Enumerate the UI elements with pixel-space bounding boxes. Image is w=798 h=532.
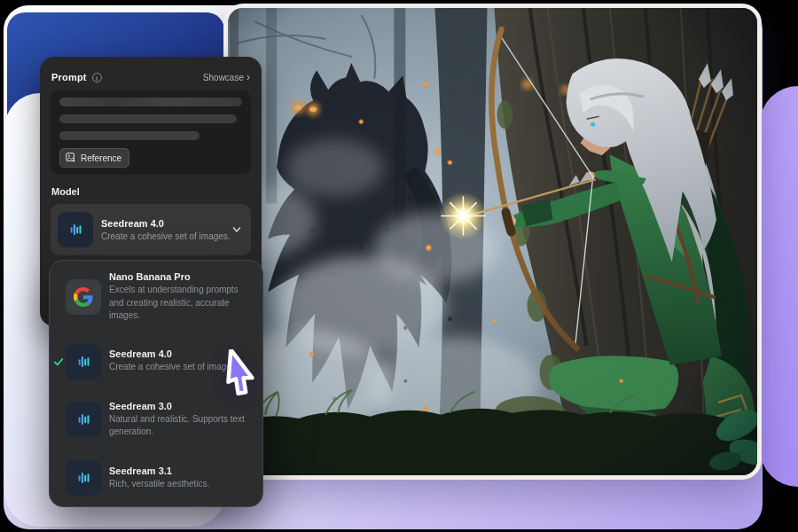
model-option-seedream-3-1[interactable]: Seedream 3.1 Rich, versatile aesthetics. [50, 460, 262, 496]
model-tile [66, 279, 101, 315]
model-tile [58, 212, 93, 247]
purple-accent-card [760, 86, 798, 487]
bar-chart-icon [74, 468, 93, 488]
forest-scene-illustration [228, 8, 757, 475]
model-option-description: Create a cohesive set of images. [109, 361, 239, 374]
check-icon [53, 356, 64, 367]
bar-chart-icon [66, 220, 85, 239]
placeholder-line [59, 131, 200, 140]
model-option-text: Seedream 3.1 Rich, versatile aesthetics. [109, 466, 209, 491]
google-g-icon [74, 287, 93, 307]
selected-model-description: Create a cohesive set of images. [101, 231, 231, 241]
model-tile [66, 402, 101, 437]
model-option-text: Seedream 4.0 Create a cohesive set of im… [109, 348, 239, 374]
reference-button[interactable]: Reference [59, 148, 129, 168]
bar-chart-icon [74, 410, 93, 429]
prompt-header: Prompt i Showcase › [51, 72, 250, 82]
info-icon[interactable]: i [92, 73, 102, 82]
prompt-title: Prompt [51, 72, 87, 82]
hero-image [228, 8, 757, 475]
selected-model-text: Seedream 4.0 Create a cohesive set of im… [101, 218, 231, 241]
model-option-name: Seedream 3.1 [109, 466, 209, 476]
model-select-trigger[interactable]: Seedream 4.0 Create a cohesive set of im… [51, 204, 251, 255]
model-option-text: Nano Banana Pro Excels at understanding … [109, 271, 250, 323]
showcase-link[interactable]: Showcase › [203, 73, 250, 82]
image-plus-icon [66, 153, 76, 163]
showcase-label: Showcase [203, 73, 244, 82]
model-option-description: Natural and realistic. Supports text gen… [109, 413, 250, 439]
bar-chart-icon [74, 352, 93, 372]
chevron-down-icon [231, 224, 242, 235]
selected-model-name: Seedream 4.0 [101, 218, 231, 229]
model-option-description: Excels at understanding prompts and crea… [109, 284, 250, 323]
placeholder-line [59, 98, 242, 106]
model-option-nano-banana-pro[interactable]: Nano Banana Pro Excels at understanding … [50, 271, 262, 323]
placeholder-line [59, 114, 237, 123]
model-section-label: Model [51, 186, 80, 197]
vignette [228, 8, 757, 475]
model-option-description: Rich, versatile aesthetics. [109, 478, 209, 491]
model-option-name: Nano Banana Pro [109, 271, 250, 282]
model-option-name: Seedream 4.0 [109, 348, 239, 359]
chevron-right-icon: › [246, 73, 250, 82]
model-tile [66, 344, 101, 379]
marketing-canvas: { "prompt_panel": { "title": "Prompt", "… [0, 0, 798, 532]
model-tile [66, 460, 101, 496]
reference-label: Reference [81, 153, 121, 163]
hero-image-card [223, 4, 762, 480]
pointer-cursor [220, 349, 266, 410]
prompt-textarea[interactable]: Reference [51, 90, 251, 175]
